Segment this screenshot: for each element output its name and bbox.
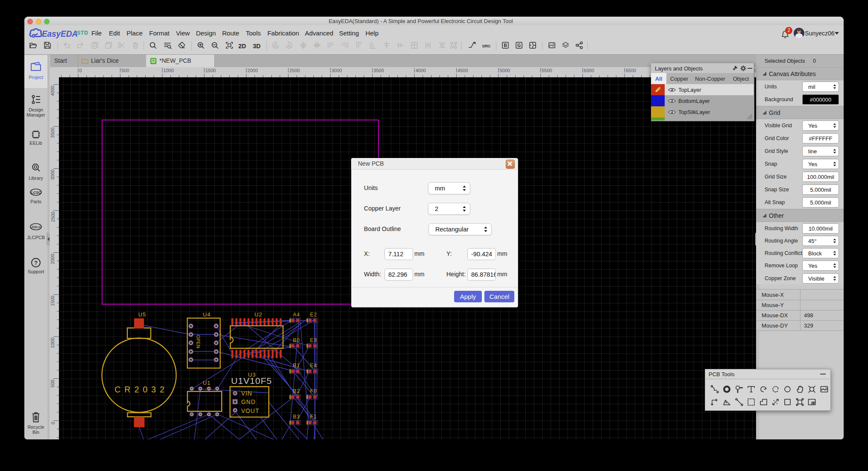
svg-text:GND: GND [241, 398, 255, 405]
svg-text:4500: 4500 [457, 68, 468, 73]
svg-text:B: B [504, 43, 507, 48]
svg-text:U2: U2 [255, 311, 263, 318]
svg-text:A4: A4 [293, 312, 300, 318]
svg-text:500: 500 [50, 380, 56, 387]
svg-text:1000: 1000 [50, 338, 56, 348]
svg-text:1500: 1500 [50, 295, 56, 306]
svg-text:E2: E2 [310, 312, 317, 318]
svg-text:3500: 3500 [373, 68, 384, 73]
svg-text:CR2032: CR2032 [114, 385, 168, 394]
svg-text:5500: 5500 [542, 68, 552, 73]
svg-text:2000: 2000 [50, 254, 56, 264]
svg-text:VOUT: VOUT [241, 407, 259, 414]
svg-text:B3: B3 [293, 414, 300, 420]
svg-text:2000: 2000 [247, 68, 258, 73]
svg-text:3000: 3000 [331, 68, 342, 73]
svg-text:U5: U5 [138, 311, 147, 318]
svg-text:E4: E4 [310, 363, 317, 369]
svg-text:1500: 1500 [205, 68, 216, 73]
svg-text:U4: U4 [203, 311, 211, 318]
svg-text:B2: B2 [293, 388, 300, 394]
svg-text:G: G [517, 43, 521, 48]
svg-text:500: 500 [121, 68, 129, 73]
svg-text:F0: F0 [310, 388, 317, 394]
svg-text:1000: 1000 [163, 68, 173, 73]
svg-text:B1: B1 [293, 363, 300, 369]
svg-text:?: ? [34, 260, 38, 266]
svg-text:4000: 4000 [416, 68, 426, 73]
svg-text:OPEN: OPEN [196, 335, 201, 348]
svg-text:0: 0 [79, 68, 82, 73]
svg-text:6000: 6000 [584, 68, 594, 73]
svg-text:U1V10F5: U1V10F5 [231, 376, 272, 386]
svg-text:U1: U1 [203, 380, 211, 386]
svg-text:VIN: VIN [241, 390, 252, 397]
svg-text:2500: 2500 [50, 212, 56, 222]
svg-text:B0: B0 [293, 337, 300, 343]
svg-text:F1: F1 [310, 414, 317, 420]
svg-text:EasyEDA: EasyEDA [42, 29, 78, 38]
svg-text:5000: 5000 [500, 68, 510, 73]
svg-text:3500: 3500 [50, 128, 56, 138]
svg-text:4000: 4000 [50, 85, 56, 96]
svg-text:3000: 3000 [50, 170, 56, 180]
svg-text:LCSC: LCSC [31, 190, 41, 195]
svg-text:0: 0 [50, 422, 56, 424]
svg-text:6500: 6500 [626, 68, 636, 73]
svg-text:E3: E3 [310, 337, 317, 343]
svg-text:2500: 2500 [290, 68, 300, 73]
svg-text:J@LC: J@LC [31, 225, 41, 229]
